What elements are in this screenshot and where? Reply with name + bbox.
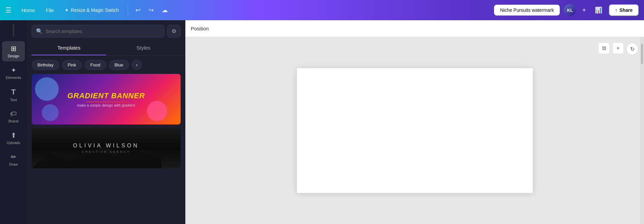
- canvas-top-icons: ⧉ +: [598, 43, 624, 54]
- menu-icon[interactable]: ☰: [5, 6, 11, 14]
- sidebar-item-elements[interactable]: ✦ Elements: [2, 63, 25, 83]
- canvas-content[interactable]: ⧉ + ↻: [185, 37, 644, 224]
- canvas-scrollbar-thumb: [641, 44, 643, 64]
- elements-icon: ✦: [11, 66, 17, 74]
- resize-magic-switch-button[interactable]: ✦ Resize & Magic Switch: [61, 5, 122, 15]
- dark-agency-name: OLIVIA WILSON: [73, 143, 139, 149]
- dark-agency-subtitle: CREATIVE AGENCY: [82, 150, 130, 153]
- chip-food[interactable]: Food: [85, 60, 106, 70]
- search-row: 🔍 ⚙: [27, 20, 185, 41]
- sidebar-item-draw[interactable]: ✏ Draw: [2, 149, 25, 170]
- chip-pink[interactable]: Pink: [62, 60, 82, 70]
- chips-row: Birthday Pink Food Blue ›: [27, 56, 185, 74]
- blob-decoration-3: [147, 101, 167, 121]
- sidebar-item-elements-label: Elements: [6, 76, 21, 80]
- chip-blue[interactable]: Blue: [109, 60, 129, 70]
- add-account-button[interactable]: +: [580, 5, 588, 16]
- templates-scroll-area: GRADIENT BANNER make a simple design wit…: [27, 74, 185, 224]
- sidebar-item-design[interactable]: ⊞ Design: [2, 41, 25, 61]
- canvas-drawing-area[interactable]: [297, 68, 533, 193]
- gradient-banner-underline: [86, 102, 126, 102]
- tabs-row: Templates Styles: [27, 41, 185, 56]
- sidebar-item-brand-label: Brand: [8, 119, 18, 123]
- uploads-icon: ⬆: [11, 131, 17, 139]
- home-nav[interactable]: Home: [18, 5, 38, 15]
- main-content: ⊞ Design ✦ Elements T Text 🏷 Brand ⬆ Upl…: [0, 20, 644, 224]
- dark-agency-preview: OLIVIA WILSON CREATIVE AGENCY: [32, 128, 181, 168]
- canvas-area: Position ⧉ + ↻: [185, 20, 644, 224]
- gradient-banner-subtitle: make a simple design with gradient: [77, 104, 135, 107]
- sidebar-item-draw-label: Draw: [9, 162, 18, 166]
- tab-styles[interactable]: Styles: [106, 41, 181, 55]
- share-label: Share: [619, 7, 633, 13]
- share-icon: ↑: [615, 7, 617, 13]
- template-card-dark-agency[interactable]: OLIVIA WILSON CREATIVE AGENCY: [32, 128, 181, 168]
- canvas-rotate-button[interactable]: ↻: [626, 43, 639, 55]
- canvas-copy-button[interactable]: ⧉: [598, 43, 610, 54]
- sidebar-item-text[interactable]: T Text: [2, 84, 25, 105]
- filter-button[interactable]: ⚙: [167, 25, 181, 37]
- canvas-add-button[interactable]: +: [612, 43, 624, 54]
- sidebar-item-uploads-label: Uploads: [7, 141, 20, 145]
- resize-magic-label: Resize & Magic Switch: [71, 7, 119, 13]
- canvas-toolbar-position-label: Position: [191, 26, 209, 31]
- chip-birthday[interactable]: Birthday: [32, 60, 59, 70]
- blob-decoration-2: [42, 104, 59, 121]
- gradient-banner-preview: GRADIENT BANNER make a simple design wit…: [32, 74, 181, 124]
- analytics-icon[interactable]: 📊: [592, 5, 605, 15]
- topbar: ☰ Home File ✦ Resize & Magic Switch ↩ ↪ …: [0, 0, 644, 20]
- text-icon: T: [11, 88, 16, 96]
- canvas-toolbar: Position: [185, 20, 644, 37]
- share-button[interactable]: ↑ Share: [609, 4, 639, 16]
- watermark-button[interactable]: Niche Pursuits watermark: [494, 5, 560, 16]
- magic-switch-icon: ✦: [65, 7, 69, 13]
- sidebar-item-text-label: Text: [10, 98, 17, 102]
- brand-icon: 🏷: [10, 110, 17, 118]
- sidebar-item-design-label: Design: [8, 54, 19, 58]
- templates-panel: 🔍 ⚙ Templates Styles Birthday Pink Food …: [27, 20, 185, 224]
- sidebar-scrollbar-top: [13, 24, 14, 37]
- gradient-banner-title: GRADIENT BANNER: [67, 91, 145, 100]
- file-nav[interactable]: File: [42, 5, 57, 15]
- chips-scroll-right[interactable]: ›: [132, 60, 142, 70]
- topbar-separator-1: [128, 5, 128, 15]
- search-input[interactable]: [45, 29, 160, 34]
- blob-decoration-1: [35, 77, 59, 101]
- avatar[interactable]: KL: [564, 4, 576, 16]
- search-icon: 🔍: [36, 28, 43, 34]
- cloud-save-icon[interactable]: ☁: [160, 4, 170, 16]
- template-card-gradient-banner[interactable]: GRADIENT BANNER make a simple design wit…: [32, 74, 181, 124]
- sidebar-item-brand[interactable]: 🏷 Brand: [2, 107, 25, 127]
- design-icon: ⊞: [11, 45, 17, 53]
- canvas-scrollbar: [640, 37, 644, 224]
- redo-button[interactable]: ↪: [147, 4, 156, 16]
- draw-icon: ✏: [11, 153, 17, 161]
- undo-button[interactable]: ↩: [133, 4, 143, 16]
- search-box: 🔍: [32, 25, 164, 37]
- sidebar-item-uploads[interactable]: ⬆ Uploads: [2, 128, 25, 148]
- tab-templates[interactable]: Templates: [32, 41, 106, 55]
- icon-sidebar: ⊞ Design ✦ Elements T Text 🏷 Brand ⬆ Upl…: [0, 20, 27, 224]
